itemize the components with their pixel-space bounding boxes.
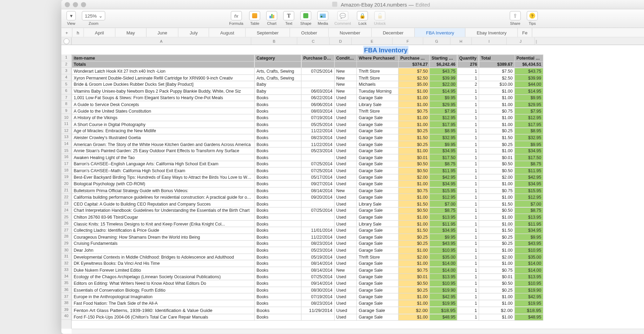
cell[interactable]: $9.95 <box>430 234 457 240</box>
cell[interactable]: 08/23/2014 <box>301 300 334 306</box>
cell[interactable]: $1.00 <box>479 181 514 187</box>
sheet-tab[interactable]: December <box>372 28 415 37</box>
cell[interactable]: $1.50 <box>479 200 514 207</box>
cell[interactable]: 1 <box>457 167 479 174</box>
cell[interactable]: $1.50 <box>399 200 430 207</box>
cell[interactable]: $1.00 <box>479 314 514 321</box>
table-button[interactable]: Table <box>248 10 262 27</box>
table-header-cell[interactable]: Purchase Date <box>301 55 334 61</box>
cell[interactable]: $0.50 <box>399 207 430 214</box>
cell[interactable]: $2.00 <box>399 307 430 314</box>
row-header[interactable]: 25 <box>61 213 71 220</box>
sheet-tab[interactable]: Fe <box>518 28 532 37</box>
table-row[interactable]: Bride & Groom Love Duckies Rubber Ducks … <box>72 81 543 88</box>
cell[interactable]: $1.50 <box>399 134 430 141</box>
cell[interactable]: $0.01 <box>479 273 514 280</box>
add-sheet-button[interactable]: + <box>61 28 72 37</box>
horizontal-scrollbar[interactable] <box>72 329 644 334</box>
cell[interactable]: 1 <box>457 187 479 194</box>
add-column-handle[interactable]: ‖ <box>535 38 538 45</box>
cell[interactable]: Barron's CAHSEE--English Language Arts: … <box>72 161 254 167</box>
row-header[interactable]: 5 <box>61 81 71 87</box>
column-header[interactable]: J <box>507 38 535 45</box>
cell[interactable]: 06/06/2014 <box>301 101 334 108</box>
text-button[interactable]: TText <box>282 10 296 27</box>
cell[interactable]: Editors on Editing: What Writers Need to… <box>72 280 254 286</box>
cell[interactable]: $12.95 <box>514 194 543 200</box>
cell[interactable]: Used <box>334 161 357 167</box>
cell[interactable]: Fenton Art Glass Patterns, 1939-1980: Id… <box>72 307 254 314</box>
row-header[interactable]: 32 <box>61 260 71 267</box>
cell[interactable]: Books <box>255 121 302 127</box>
table-row[interactable]: California building performance guidelin… <box>72 194 543 200</box>
table-row[interactable]: Courageous Dreaming: How Shamans Dream t… <box>72 234 543 240</box>
table-row[interactable]: Ford F-150 Pick-Ups 2004-06 (Chilton's T… <box>72 314 543 321</box>
cell[interactable]: Xyron Permanent Double-Sided Laminate Re… <box>72 74 254 81</box>
share-button[interactable]: ⇪Share <box>508 10 522 27</box>
cell[interactable]: Books <box>255 307 302 314</box>
cell[interactable]: $43.75 <box>514 68 543 74</box>
table-row[interactable]: Barron's CAHSEE--English Language Arts: … <box>72 161 543 167</box>
totals-cell[interactable]: 276 <box>457 61 479 68</box>
cell[interactable]: $13.95 <box>430 214 457 220</box>
cell[interactable]: American Grown: The Story of the White H… <box>72 141 254 147</box>
cell[interactable]: Used <box>334 101 357 108</box>
cell[interactable]: Baby <box>255 88 302 94</box>
table-header-cell[interactable]: Starting Price <box>430 55 457 61</box>
sheet-tab[interactable]: FBA Inventory <box>415 28 466 37</box>
row-header[interactable]: 3 <box>61 68 71 74</box>
cell[interactable]: $1.00 <box>399 214 430 220</box>
cell[interactable]: Garage Sale <box>357 134 399 141</box>
cell[interactable] <box>301 220 334 227</box>
table-row[interactable]: CEO Capital: A Guide to Building CEO Rep… <box>72 200 543 207</box>
table-row[interactable]: Bulletstorm Prima Official Strategy Guid… <box>72 187 543 194</box>
cell[interactable]: Books <box>255 214 302 220</box>
cell[interactable]: A Short Course in Digital Photography <box>72 121 254 127</box>
cell[interactable]: Tuesday Morning <box>357 88 399 94</box>
cell[interactable]: 08/23/2014 <box>301 240 334 247</box>
cell[interactable]: $1.00 <box>479 247 514 253</box>
row-header[interactable]: 1 <box>61 54 71 61</box>
cell[interactable]: 1 <box>457 108 479 114</box>
cell[interactable]: Books <box>255 114 302 121</box>
table-title[interactable]: FBA Inventory <box>363 46 409 54</box>
cell[interactable]: Used <box>334 114 357 121</box>
cell[interactable]: 1 <box>457 121 479 127</box>
totals-cell[interactable]: $6,242.46 <box>430 61 457 68</box>
sheet-tab[interactable]: June <box>147 28 179 37</box>
table-row[interactable]: Cruising FundamentalsBooks08/23/2014Used… <box>72 240 543 247</box>
cell[interactable]: Library Sale <box>357 220 399 227</box>
cell[interactable]: Books <box>255 234 302 240</box>
cell[interactable]: $1.00 <box>399 314 430 321</box>
cell[interactable]: Books <box>255 141 302 147</box>
cell[interactable]: Used <box>334 260 357 267</box>
cell[interactable]: $34.95 <box>430 227 457 233</box>
table-row[interactable]: Classic Knits: 15 Timeless Designs to Kn… <box>72 220 543 227</box>
table-row[interactable]: Best-Ever Backyard Birding Tips: Hundred… <box>72 174 543 180</box>
row-header[interactable]: 12 <box>61 127 71 134</box>
cell[interactable]: Used <box>334 147 357 154</box>
cell[interactable]: $1.00 <box>399 194 430 200</box>
cell[interactable]: $1.00 <box>479 94 514 101</box>
cell[interactable]: Used <box>334 154 357 161</box>
cell[interactable]: Fast Food Nation: The Dark Side of the A… <box>72 300 254 306</box>
cell[interactable]: $0.25 <box>399 240 430 247</box>
cell[interactable]: $14.00 <box>514 260 543 267</box>
cell[interactable]: $1.00 <box>399 114 430 121</box>
cell[interactable]: $0.25 <box>479 141 514 147</box>
cell[interactable]: 11/29/2014 <box>301 307 334 314</box>
cell[interactable]: $1.00 <box>479 101 514 108</box>
cell[interactable]: Used <box>334 220 357 227</box>
table-row[interactable]: DK Eyewitness Books: Da Vinci And His Ti… <box>72 260 543 267</box>
cell[interactable]: Garage Sale <box>357 314 399 321</box>
row-header[interactable]: 8 <box>61 101 71 107</box>
cell[interactable]: A Guide to Service Desk Concepts <box>72 101 254 108</box>
cell[interactable]: $9.95 <box>514 94 543 101</box>
cell[interactable]: Books <box>255 267 302 273</box>
column-header[interactable]: I <box>472 38 507 45</box>
cell[interactable]: Used <box>334 194 357 200</box>
cell[interactable] <box>301 74 334 81</box>
table-row[interactable]: Chilton 26760 83-96 Tbird/CougarBooksUse… <box>72 214 543 220</box>
cell[interactable]: $9.95 <box>514 234 543 240</box>
cell[interactable]: Used <box>334 253 357 260</box>
